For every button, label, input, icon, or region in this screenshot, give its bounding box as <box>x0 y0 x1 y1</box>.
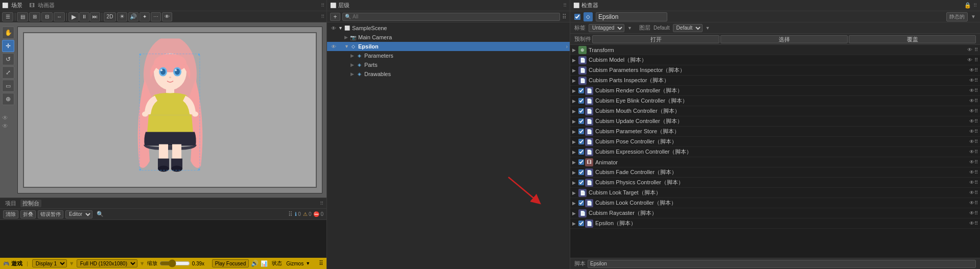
comp-vis-lt[interactable]: 👁 <box>969 190 974 195</box>
comp-vis-es[interactable]: 👁 <box>969 221 974 226</box>
tree-item-maincamera[interactable]: ▶ 📷 Main Camera <box>327 33 570 42</box>
comp-check-anim[interactable] <box>578 159 584 165</box>
console-more-btn[interactable]: ⠿ <box>288 211 293 218</box>
comp-menu-phc[interactable]: ⠿ <box>974 180 978 185</box>
component-eye-blink[interactable]: ▶ 📄 Cubism Eye Blink Controller（脚本） 👁 ⠿ <box>570 96 980 106</box>
comp-menu-fc[interactable]: ⠿ <box>974 169 978 175</box>
comp-menu-pi[interactable]: ⠿ <box>974 67 978 73</box>
comp-vis-pti[interactable]: 👁 <box>969 78 974 83</box>
component-fade[interactable]: ▶ 📄 Cubism Fade Controller（脚本） 👁 ⠿ <box>570 167 980 178</box>
play-focused-btn[interactable]: Play Focused <box>212 259 249 267</box>
bar-more[interactable]: ⠿ <box>319 260 323 267</box>
console-search-btn[interactable]: 🔍 <box>97 211 104 217</box>
eye-icon-1[interactable]: 👁 <box>2 114 8 121</box>
comp-menu-mc[interactable]: ⠿ <box>974 108 978 114</box>
tree-item-parts[interactable]: ▶ ◈ Parts <box>327 60 570 69</box>
animator-tab[interactable]: 动画器 <box>36 2 57 9</box>
hierarchy-search-box[interactable]: 🔍 <box>342 13 560 21</box>
comp-check-mc[interactable] <box>578 108 584 114</box>
comp-menu-transform[interactable]: ⠿ <box>974 47 978 53</box>
inspector-active-checkbox[interactable] <box>574 14 580 20</box>
comp-check-lc[interactable] <box>578 200 584 206</box>
inspector-dropdown-arrow[interactable]: ▼ <box>971 14 976 19</box>
gizmos-btn[interactable]: Gizmos <box>286 261 304 266</box>
comp-check-phc[interactable] <box>578 180 584 185</box>
toolbar-btn-hidden[interactable]: 👁 <box>162 12 172 21</box>
comp-vis-rc[interactable]: 👁 <box>969 88 974 93</box>
comp-vis-exc[interactable]: 👁 <box>969 149 974 155</box>
hierarchy-add-btn[interactable]: + <box>330 13 340 21</box>
comp-check-ps[interactable] <box>578 129 584 134</box>
component-expression[interactable]: ▶ 📄 Cubism Expression Controller（脚本） 👁 ⠿ <box>570 147 980 157</box>
component-epsilon-script[interactable]: ▶ 📄 Epsilon（脚本） 👁 ⠿ <box>570 218 980 229</box>
comp-check-poc[interactable] <box>578 139 584 144</box>
toolbar-btn-pause[interactable]: ⏸ <box>79 12 89 21</box>
toolbar-btn-2d[interactable]: 2D <box>104 12 116 21</box>
comp-menu-rc[interactable]: ⠿ <box>974 88 978 93</box>
toolbar-btn-scene-opts[interactable]: ⋯ <box>151 12 161 21</box>
toolbar-btn-light[interactable]: ☀ <box>117 12 127 21</box>
game-tab-label[interactable]: 遊戏 <box>11 260 22 267</box>
component-parts-inspector[interactable]: ▶ 📄 Cubism Parts Inspector（脚本） 👁 ⠿ <box>570 76 980 86</box>
toolbar-btn-local[interactable]: ⊟ <box>41 12 53 21</box>
tree-item-drawables[interactable]: ▶ ◈ Drawables <box>327 69 570 79</box>
comp-menu-exc[interactable]: ⠿ <box>974 149 978 155</box>
tag-select[interactable]: Untagged <box>589 24 624 32</box>
comp-vis-eb[interactable]: 👁 <box>969 98 974 104</box>
console-error-pause-btn[interactable]: 错误暂停 <box>38 210 63 218</box>
tool-hand[interactable]: ✋ <box>2 27 14 39</box>
comp-check-eb[interactable] <box>578 98 584 104</box>
toolbar-btn-audio[interactable]: 🔊 <box>128 12 138 21</box>
inspector-object-name[interactable] <box>596 12 667 21</box>
tree-item-samplescene[interactable]: 👁 ▼ ⬜ SampleScene <box>327 23 570 33</box>
component-params-inspector[interactable]: ▶ 📄 Cubism Parameters Inspector（脚本） 👁 ⠿ <box>570 65 980 76</box>
toolbar-btn-menu[interactable]: ☰ <box>2 12 13 21</box>
tree-item-epsilon[interactable]: 👁 ▼ ◇ Epsilon › <box>327 42 570 51</box>
layer-select[interactable]: Default <box>673 24 703 32</box>
comp-vis-model[interactable]: 👁 <box>967 57 972 63</box>
comp-vis-anim[interactable]: 👁 <box>969 159 974 165</box>
resolution-select[interactable]: Full HD (1920x1080) <box>77 259 137 267</box>
scene-tab[interactable]: 场景 <box>9 2 25 9</box>
tree-item-parameters[interactable]: ▶ ◈ Parameters <box>327 51 570 60</box>
comp-menu-ps[interactable]: ⠿ <box>974 129 978 134</box>
component-param-store[interactable]: ▶ 📄 Cubism Parameter Store（脚本） 👁 ⠿ <box>570 127 980 137</box>
comp-menu-uc[interactable]: ⠿ <box>974 118 978 124</box>
comp-check-uc[interactable] <box>578 118 584 124</box>
comp-vis-fc[interactable]: 👁 <box>969 169 974 175</box>
preset-open-btn[interactable]: 打开 <box>592 35 719 43</box>
hierarchy-search-input[interactable] <box>353 14 557 19</box>
component-look-ctrl[interactable]: ▶ 📄 Cubism Look Controller（脚本） 👁 ⠿ <box>570 198 980 208</box>
comp-menu-lt[interactable]: ⠿ <box>974 190 978 195</box>
component-physics[interactable]: ▶ 📄 Cubism Physics Controller（脚本） 👁 ⠿ <box>570 178 980 188</box>
component-update[interactable]: ▶ 📄 Cubism Update Controller（脚本） 👁 ⠿ <box>570 116 980 127</box>
comp-menu-ray[interactable]: ⠿ <box>974 210 978 216</box>
component-look-target[interactable]: ▶ 📄 Cubism Look Target（脚本） 👁 ⠿ <box>570 188 980 198</box>
console-tab-main[interactable]: 控制台 <box>20 200 41 207</box>
comp-menu-eb[interactable]: ⠿ <box>974 98 978 104</box>
component-mouth[interactable]: ▶ 📄 Cubism Mouth Controller（脚本） 👁 ⠿ <box>570 106 980 116</box>
component-raycaster[interactable]: ▶ 📄 Cubism Raycaster（脚本） 👁 ⠿ <box>570 208 980 218</box>
toolbar-btn-grid[interactable]: ▤ <box>17 12 28 21</box>
audio-icon[interactable]: 🔊 <box>251 260 259 267</box>
comp-vis-lc[interactable]: 👁 <box>969 200 974 206</box>
console-tab-project[interactable]: 项目 <box>3 200 18 207</box>
gizmos-arrow[interactable]: ▼ <box>306 261 310 266</box>
display-select[interactable]: Display 1 <box>32 259 67 267</box>
tool-rect[interactable]: ▭ <box>2 80 14 92</box>
eye-icon-2[interactable]: 👁 <box>2 123 8 130</box>
comp-vis-pi[interactable]: 👁 <box>969 67 974 73</box>
component-render-ctrl[interactable]: ▶ 📄 Cubism Render Controller（脚本） 👁 ⠿ <box>570 86 980 96</box>
comp-check-fc[interactable] <box>578 169 584 175</box>
footer-script-value[interactable] <box>588 260 976 268</box>
comp-vis-uc[interactable]: 👁 <box>969 118 974 124</box>
comp-check-rc[interactable] <box>578 88 584 93</box>
comp-menu-poc[interactable]: ⠿ <box>974 139 978 144</box>
console-editor-select[interactable]: Editor <box>65 210 92 218</box>
comp-vis-phc[interactable]: 👁 <box>969 180 974 185</box>
comp-menu-lc[interactable]: ⠿ <box>974 200 978 206</box>
zoom-slider[interactable] <box>159 261 190 266</box>
layer-dropdown[interactable]: ▼ <box>706 26 710 31</box>
comp-check-exc[interactable] <box>578 149 584 155</box>
preset-select-btn[interactable]: 选择 <box>720 35 848 43</box>
